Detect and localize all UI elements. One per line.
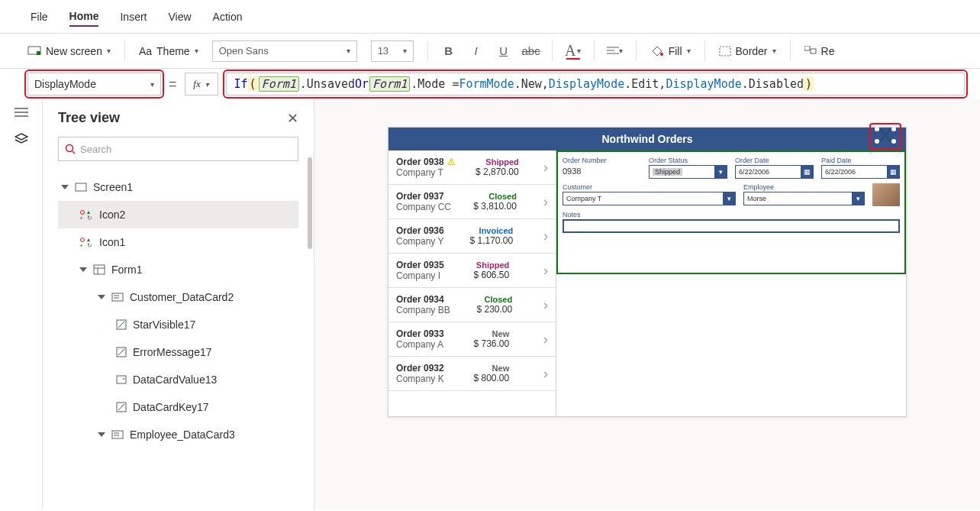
customer-select[interactable]: Company T▾ [563, 192, 736, 205]
property-selector[interactable]: DisplayMode ▾ [27, 73, 161, 95]
font-select[interactable]: Open Sans ▾ [212, 40, 357, 62]
tree-title: Tree view [58, 110, 298, 126]
order-row[interactable]: Order 0937Company CCClosed$ 3,810.00› [388, 185, 556, 219]
order-status: New [492, 329, 510, 338]
font-size-select[interactable]: 13 ▾ [371, 40, 414, 62]
order-id: Order 0934 [396, 294, 444, 305]
svg-point-15 [81, 211, 85, 215]
svg-text:+: + [79, 215, 83, 220]
bold-button[interactable]: B [442, 44, 456, 58]
border-button[interactable]: Border ▾ [719, 45, 776, 57]
fx-button[interactable]: fx▾ [185, 73, 218, 95]
formula-input[interactable]: If( Form1.Unsaved Or Form1.Mode = FormMo… [226, 73, 965, 95]
token-form-ref: Form1 [259, 76, 299, 92]
strike-button[interactable]: abc [524, 44, 538, 58]
tree-item-datacardkey[interactable]: DataCardKey17 [58, 393, 298, 421]
order-number-value: 0938 [563, 165, 641, 177]
order-status-select[interactable]: Shipped▾ [649, 165, 727, 179]
fill-label: Fill [669, 45, 682, 57]
italic-button[interactable]: I [469, 44, 483, 58]
border-icon [719, 46, 731, 57]
order-list[interactable]: Order 0938⚠Company TShipped$ 2,870.00›Or… [388, 150, 556, 416]
tree-item-employee-datacard[interactable]: Employee_DataCard3 [58, 421, 298, 448]
order-amount: $ 3,810.00 [473, 201, 517, 212]
order-id: Order 0932 [396, 363, 444, 374]
search-placeholder: Search [80, 144, 111, 155]
font-color-button[interactable]: A▾ [566, 44, 580, 58]
chevron-down-icon: ▾ [347, 47, 350, 55]
border-label: Border [736, 45, 768, 57]
close-tree-button[interactable]: ✕ [287, 110, 298, 127]
separator [124, 41, 125, 61]
tree-item-starvisible[interactable]: StarVisible17 [58, 311, 298, 338]
tree-item-customer-datacard[interactable]: Customer_DataCard2 [58, 283, 298, 311]
selected-icon-handles[interactable] [871, 125, 900, 148]
align-left-icon [607, 47, 619, 56]
menu-file[interactable]: File [31, 8, 48, 26]
tree-item-screen1[interactable]: Screen1 [58, 173, 298, 201]
tree-item-icon1[interactable]: +↻Icon1 [58, 228, 298, 256]
order-date-input[interactable]: 6/22/2006▦ [735, 165, 814, 179]
chevron-down-icon: ▾ [852, 192, 864, 205]
theme-button[interactable]: Aa Theme ▾ [139, 45, 198, 57]
order-row[interactable]: Order 0934Company BBClosed$ 230.00› [388, 288, 556, 322]
svg-point-38 [875, 139, 879, 144]
order-amount: $ 1,170.00 [470, 235, 514, 246]
notes-input[interactable] [563, 219, 900, 233]
tree-search-input[interactable]: Search [58, 137, 298, 161]
order-status: Invoiced [479, 226, 514, 235]
token-if: If [234, 77, 248, 91]
svg-rect-6 [720, 47, 730, 56]
order-company: Company CC [396, 202, 451, 212]
chevron-down-icon: ▾ [723, 192, 735, 205]
menu-insert[interactable]: Insert [120, 8, 147, 26]
reorder-label: Re [821, 45, 835, 57]
new-screen-button[interactable]: New screen ▾ [27, 45, 111, 57]
dropdown-icon [116, 375, 127, 384]
tree-view-panel: Tree view ✕ Search Screen1 +↻Icon2 +↻Ico… [43, 99, 314, 509]
search-icon [65, 144, 76, 154]
label-icon [116, 347, 127, 357]
svg-point-18 [81, 238, 85, 242]
order-row[interactable]: Order 0938⚠Company TShipped$ 2,870.00› [388, 150, 556, 185]
chevron-down-icon: ▾ [403, 47, 407, 55]
fill-button[interactable]: Fill ▾ [650, 45, 691, 57]
separator [594, 41, 595, 61]
field-order-status: Order StatusShipped▾ [649, 157, 727, 179]
order-row[interactable]: Order 0932Company KNew$ 800.00› [388, 357, 556, 391]
hamburger-icon[interactable] [15, 107, 28, 118]
cancel-icon[interactable] [874, 126, 897, 144]
screen-icon [75, 183, 87, 192]
order-amount: $ 230.00 [476, 304, 512, 315]
reorder-button[interactable]: Re [804, 45, 835, 57]
form-icon [93, 264, 105, 275]
label-icon [116, 319, 127, 330]
layers-icon[interactable] [15, 133, 28, 145]
tree-item-form1[interactable]: Form1 [58, 256, 298, 283]
align-button[interactable]: ▾ [608, 44, 622, 58]
menu-action[interactable]: Action [213, 8, 243, 26]
tree-item-errormessage[interactable]: ErrorMessage17 [58, 338, 298, 366]
employee-select[interactable]: Morse▾ [743, 192, 865, 205]
svg-rect-29 [117, 376, 126, 383]
underline-button[interactable]: U [497, 44, 511, 58]
datacard-icon [111, 430, 124, 439]
chevron-down-icon: ▾ [714, 165, 727, 179]
separator [790, 41, 791, 61]
token-or: Or [355, 77, 369, 91]
order-row[interactable]: Order 0935Company IShipped$ 606.50› [388, 254, 556, 288]
menu-home[interactable]: Home [69, 7, 99, 27]
theme-label: Theme [156, 45, 190, 57]
tree-item-icon2[interactable]: +↻Icon2 [58, 201, 298, 228]
order-row[interactable]: Order 0936Company YInvoiced$ 1,170.00› [388, 219, 556, 254]
tree-item-datacardvalue[interactable]: DataCardValue13 [58, 366, 298, 393]
field-order-date: Order Date6/22/2006▦ [735, 157, 814, 179]
formula-row: DisplayMode ▾ = fx▾ If( Form1.Unsaved Or… [0, 69, 980, 99]
paid-date-input[interactable]: 6/22/2006▦ [821, 165, 900, 179]
ribbon-toolbar: New screen ▾ Aa Theme ▾ Open Sans ▾ 13 ▾… [0, 34, 980, 69]
new-screen-label: New screen [46, 45, 102, 57]
app-header: Northwind Orders [388, 128, 906, 150]
order-row[interactable]: Order 0933Company ANew$ 736.00› [388, 322, 556, 357]
scrollbar-thumb[interactable] [308, 157, 312, 249]
menu-view[interactable]: View [168, 8, 191, 26]
